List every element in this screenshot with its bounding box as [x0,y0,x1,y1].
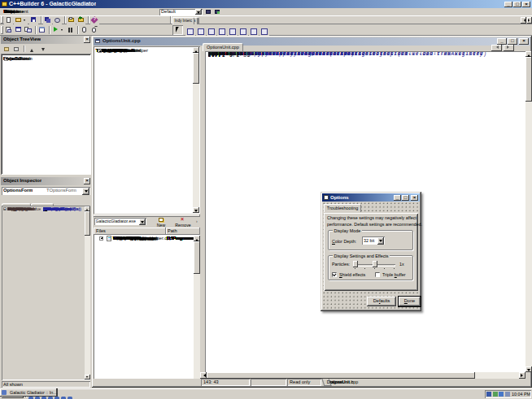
desktop-layout-combo[interactable]: Default [159,9,203,15]
palette-tab[interactable]: Indy Interc [172,17,194,24]
object-treeview-pane: Object TreeView × OptionsForm [0,36,92,176]
treeview-move-up-icon[interactable] [28,46,37,54]
property-name: Icon [7,206,41,211]
scroll-up-icon[interactable] [193,47,199,53]
palette-tabs-scroll-left-icon[interactable] [521,17,526,24]
editor-vscrollbar[interactable] [525,51,532,372]
slider-thumb[interactable] [373,261,377,267]
project-combo-dropdown-icon[interactable] [139,219,146,225]
files-column-header[interactable]: Files [96,228,106,233]
open-icon[interactable] [14,16,23,24]
toggle-form-unit-icon[interactable] [24,25,33,34]
color-depth-combo[interactable]: 32 bit [362,236,385,245]
quick-launch-icon[interactable] [54,397,59,399]
particles-slider[interactable] [353,260,395,269]
save-icon[interactable] [29,16,38,24]
project-remove-button[interactable]: × Remove [172,217,194,228]
quick-launch-icon[interactable] [41,397,46,399]
run-dropdown-icon[interactable] [60,25,65,34]
triple-buffer-checkbox[interactable]: Triple buffer [375,271,412,278]
menu-item[interactable]: Help [2,8,15,15]
combo-dropdown-icon[interactable] [377,237,384,245]
dialog-tab[interactable]: Troubleshooting [324,204,361,212]
help-icon[interactable]: ? [90,16,99,24]
scroll-thumb[interactable] [85,211,90,236]
close-button[interactable]: × [522,2,530,7]
step-over-icon[interactable] [89,25,98,34]
minimize-button[interactable]: _ [504,2,512,7]
shield-effects-checkbox[interactable]: Shield effects [332,271,377,278]
palette-tabs-scroll-right-icon[interactable] [527,17,532,24]
tray-icon-2[interactable] [493,392,498,397]
new-icon[interactable] [4,16,13,24]
quick-launch-icon[interactable] [28,397,33,399]
options-dialog: Options _ □ × PerformanceAudioTroublesho… [321,192,421,311]
treeview-delete-icon[interactable] [12,46,21,54]
dialog-maximize-icon[interactable]: □ [402,195,409,201]
save-all-icon[interactable] [43,16,52,24]
scroll-thumb[interactable] [207,372,475,379]
done-button[interactable]: Done [399,297,421,306]
view-form-icon[interactable] [14,25,23,34]
open-project-icon[interactable] [67,16,76,24]
scroll-down-icon[interactable] [525,366,532,372]
scroll-up-icon[interactable] [194,236,200,241]
scroll-right-icon[interactable] [519,372,525,379]
project-combo[interactable]: GalacticGladiator.exe [94,218,146,225]
dialog-minimize-icon[interactable]: _ [394,195,401,201]
scroll-down-icon[interactable] [193,207,199,213]
scroll-thumb[interactable] [193,53,199,84]
scroll-up-icon[interactable] [525,51,532,57]
quick-launch-icon[interactable] [47,397,53,399]
class-explorer-scrollbar[interactable] [193,47,199,213]
dialog-close-icon[interactable]: × [411,195,418,201]
property-value[interactable]: (None) [43,206,85,211]
combo-dropdown-icon[interactable] [195,9,202,15]
tray-icon-4[interactable] [505,392,510,397]
object-treeview-close-icon[interactable]: × [84,37,90,43]
expand-icon[interactable]: + [3,207,7,211]
scroll-left-icon[interactable] [200,372,207,379]
inspector-scrollbar[interactable] [85,206,90,379]
editor-bottom-tab[interactable]: Diagram [322,379,332,386]
file-list-scrollbar[interactable] [194,236,200,386]
taskbar-window-button[interactable]: Galactic Gladiator :: In... [0,388,57,397]
run-icon[interactable] [51,25,60,34]
add-file-to-project-icon[interactable] [76,16,85,24]
scroll-down-icon[interactable] [85,375,90,379]
quick-launch-icon[interactable] [34,397,40,399]
tab-scroll-left-icon[interactable] [491,45,502,51]
scroll-thumb[interactable] [525,57,532,102]
defaults-button[interactable]: Defaults [367,297,396,306]
reopen-icon[interactable] [53,16,62,24]
tab-scroll-right-icon[interactable] [504,45,514,51]
trace-into-icon[interactable] [80,25,89,34]
quick-launch-icon[interactable] [67,397,72,399]
remove-icon: × [181,216,184,222]
tray-icon-1[interactable] [486,392,491,397]
project-new-button[interactable]: New [152,217,170,228]
open-dropdown-icon[interactable] [23,16,28,24]
editor-hscrollbar[interactable] [200,372,525,379]
view-unit-icon[interactable] [4,25,13,34]
pause-icon[interactable] [66,25,75,34]
object-inspector-close-icon[interactable]: × [84,178,90,184]
object-selector-combo[interactable]: OptionsForm TOptionsForm [2,187,90,195]
tray-icon-3[interactable] [499,392,504,397]
treeview-new-item-icon[interactable] [2,46,11,54]
editor-gutter [200,51,206,372]
editor-tab[interactable]: OptionsUnit.cpp [203,43,243,51]
quick-launch-icon[interactable] [60,397,66,399]
maximize-button[interactable]: □ [513,2,521,7]
treeview-move-down-icon[interactable] [39,46,48,54]
save-desktop-icon[interactable] [205,9,212,15]
new-form-icon[interactable] [37,25,46,34]
object-selector-dropdown-icon[interactable] [82,188,89,195]
options-dialog-caption[interactable]: Options _ □ × [322,193,420,202]
slider-thumb-left[interactable] [353,261,358,267]
expand-icon[interactable] [99,236,103,241]
path-column-header[interactable]: Path [168,228,177,233]
palette-pointer-icon[interactable] [172,25,183,35]
set-debug-desktop-icon[interactable] [214,9,221,15]
scroll-thumb[interactable] [194,241,200,274]
